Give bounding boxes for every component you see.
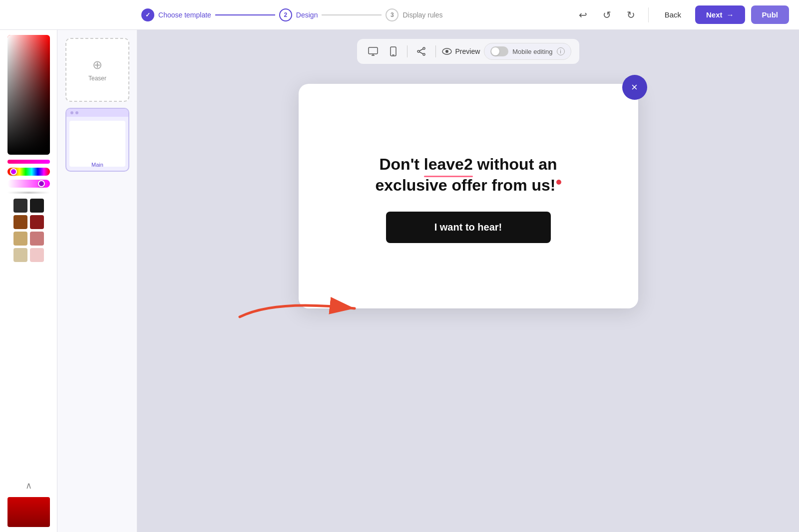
canvas-toolbar: Preview Mobile editing i <box>357 39 579 64</box>
step-display-rules[interactable]: 3 Display rules <box>386 8 442 21</box>
step3-label: Display rules <box>402 11 442 19</box>
main-template-card[interactable]: Main <box>65 108 129 172</box>
swatch-7[interactable] <box>13 248 27 262</box>
svg-point-5 <box>423 47 425 49</box>
share-button[interactable] <box>413 43 429 59</box>
canvas-area: Preview Mobile editing i × Don't leave2 … <box>137 30 799 532</box>
color-strip-bottom <box>7 497 50 527</box>
step-line-1 <box>215 14 275 15</box>
swatch-5[interactable] <box>13 232 27 246</box>
mobile-view-button[interactable] <box>385 43 401 59</box>
undo-alt-button[interactable]: ↩ <box>574 6 592 24</box>
main-label: Main <box>91 162 103 168</box>
step-design[interactable]: 2 Design <box>279 8 318 21</box>
mobile-editing-toggle[interactable]: Mobile editing i <box>484 43 571 60</box>
info-icon[interactable]: i <box>557 47 565 55</box>
back-button[interactable]: Back <box>657 6 689 23</box>
step-line-2 <box>322 14 382 15</box>
swatch-2[interactable] <box>30 199 44 213</box>
close-icon: × <box>631 81 638 94</box>
swatch-3[interactable] <box>13 215 27 229</box>
toggle-knob <box>491 47 499 55</box>
step1-circle: ✓ <box>141 8 154 21</box>
nav-divider <box>648 7 649 22</box>
step1-label: Choose template <box>158 11 211 19</box>
collapse-button[interactable]: ∧ <box>25 480 32 491</box>
undo-button[interactable]: ↺ <box>598 6 616 24</box>
thumb-dot-2 <box>75 111 78 114</box>
swatch-4[interactable] <box>30 215 44 229</box>
step3-circle: 3 <box>386 8 399 21</box>
teaser-label: Teaser <box>88 75 106 82</box>
thumb-dot-1 <box>70 111 73 114</box>
desktop-view-button[interactable] <box>365 43 381 59</box>
svg-line-9 <box>419 52 423 54</box>
nav-steps: ✓ Choose template 2 Design 3 Display rul… <box>10 8 574 21</box>
main-layout: ∧ ⊕ Teaser Main <box>0 30 799 532</box>
color-gradient[interactable] <box>7 35 50 155</box>
thumb-content <box>69 121 125 167</box>
thumb-bar <box>66 109 128 117</box>
next-button[interactable]: Next → <box>695 5 745 24</box>
modal-title-line1: Don't leave2 without an <box>376 154 561 175</box>
modal-popup: Don't leave2 without an exclusive offer … <box>299 84 638 308</box>
gradient-overlay-black <box>7 35 50 155</box>
nav-actions: ↩ ↺ ↻ Back Next → Publ <box>574 5 789 24</box>
red-dot <box>556 180 561 185</box>
hue-thumb <box>10 168 17 175</box>
svg-line-8 <box>419 49 423 51</box>
preview-label: Preview <box>455 47 480 55</box>
step2-label: Design <box>296 11 318 19</box>
opacity-thumb <box>38 180 45 187</box>
mobile-editing-label: Mobile editing <box>512 48 552 55</box>
opacity-slider[interactable] <box>7 180 50 188</box>
swatch-8[interactable] <box>30 248 44 262</box>
add-icon: ⊕ <box>92 58 102 72</box>
hue-slider[interactable] <box>7 168 50 176</box>
color-swatches <box>13 199 44 262</box>
modal-cta-button[interactable]: I want to hear! <box>386 212 551 243</box>
modal-container: × Don't leave2 without an exclusive offe… <box>299 84 638 308</box>
publish-button[interactable]: Publ <box>751 5 790 24</box>
swatch-1[interactable] <box>13 199 27 213</box>
leave2-text: leave2 <box>424 154 473 175</box>
top-nav: ✓ Choose template 2 Design 3 Display rul… <box>0 0 799 30</box>
toolbar-divider-1 <box>407 45 407 57</box>
left-sidebar: ∧ <box>0 30 57 532</box>
modal-close-button[interactable]: × <box>622 75 647 100</box>
svg-point-6 <box>423 53 425 55</box>
svg-rect-0 <box>369 47 378 54</box>
redo-button[interactable]: ↻ <box>622 6 640 24</box>
teaser-template-card[interactable]: ⊕ Teaser <box>65 38 129 102</box>
template-panel: ⊕ Teaser Main <box>57 30 137 532</box>
toggle-switch <box>490 46 508 56</box>
modal-title-line2: exclusive offer from us! <box>376 175 561 196</box>
svg-point-11 <box>445 50 448 53</box>
modal-title: Don't leave2 without an exclusive offer … <box>376 154 561 196</box>
step-choose-template[interactable]: ✓ Choose template <box>141 8 211 21</box>
toolbar-divider-2 <box>435 45 436 57</box>
step2-circle: 2 <box>279 8 292 21</box>
swatch-6[interactable] <box>30 232 44 246</box>
hue-preview-bar <box>7 160 50 164</box>
opacity-dots <box>7 192 50 194</box>
svg-point-7 <box>417 50 419 52</box>
preview-button[interactable]: Preview <box>442 47 480 55</box>
